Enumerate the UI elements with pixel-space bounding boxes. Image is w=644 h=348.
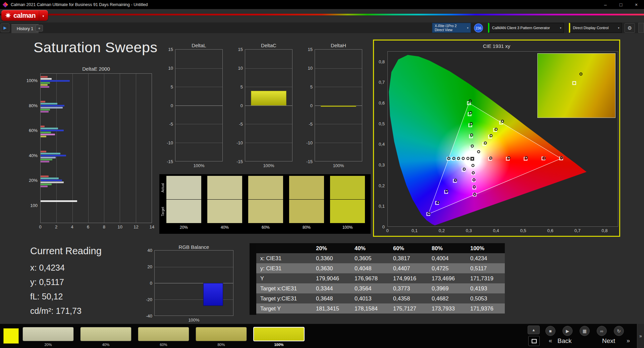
mini-gridline [175,106,222,106]
cie-measurement-marker [428,212,431,215]
mini-ytick-label: 15 [168,47,173,52]
table-cell: 0,4234 [466,253,505,263]
chevron-down-icon: ▼ [465,27,471,29]
chevron-down-icon: ▼ [558,27,564,29]
mini-gridline [175,68,222,69]
deltae-bar-group [41,198,152,223]
deltal-plot [175,49,223,161]
cie-measurement-marker [437,201,440,204]
rgb-balance-bar [203,283,223,306]
pattern-swatch-20%[interactable]: 20% [22,327,74,347]
main-content: Saturation Sweeps DeltaE 2000 100%80%60%… [0,33,644,324]
cie-measurement-marker [462,157,465,160]
settings-button[interactable]: ⚙ [625,23,635,33]
mini-ytick-label: -10 [167,140,173,145]
refresh-button[interactable]: ↻ [614,326,624,336]
eject-button[interactable]: ▲ [528,326,540,334]
cie-title: CIE 1931 xy [374,43,619,49]
pattern-swatch-80%[interactable]: 80% [196,327,247,347]
table-cell: 171,7319 [466,273,505,283]
delta-mini: DeltaH 151050-5-10-15 100% [305,43,365,168]
current-reading-lines: x: 0,4234y: 0,5117fL: 50,12cd/m²: 171,73 [30,261,102,318]
inset-target-marker [572,81,576,85]
deltae-bar [41,182,64,183]
stop-button[interactable]: ■ [545,326,555,336]
cie-measurement-marker [452,157,455,160]
pattern-swatch-color [80,327,131,341]
close-button[interactable]: × [629,0,644,9]
play-button[interactable]: ▶ [562,326,573,336]
inset-measurement-marker [580,73,583,76]
pattern-swatch-60%[interactable]: 60% [138,327,189,347]
deltae-xtick-label: 4 [71,224,73,229]
rgb-ytick-label: 20 [148,264,152,269]
pattern-generator-dropdown[interactable]: CalMAN Client 3 Pattern Generator ▼ [488,23,564,33]
link-button[interactable]: ∞ [597,326,607,336]
table-cell: 0,3360 [312,253,351,263]
table-row: Target y:CIE310,36480,40130,43580,46820,… [256,293,505,303]
deltae-bar [41,132,51,133]
cie-measurement-marker [495,128,498,131]
display-control-dropdown[interactable]: Direct Display Control ▼ [569,23,622,33]
meter-dropdown[interactable]: X-Rite i1Pro 2 Direct View ▼ [432,23,471,33]
cie-xtick-label: 0,5 [520,228,526,233]
cie-whitepoint-marker [471,157,474,160]
deltae-bar [41,176,49,177]
rgb-ytick-label: -40 [146,314,152,319]
deltae-bar [41,155,66,156]
minimize-button[interactable]: – [598,0,613,9]
cie-measurement-marker [466,157,469,160]
next-chevron-icon[interactable]: » [627,337,630,344]
deltae-title: DeltaE 2000 [40,66,152,73]
target-swatch [207,200,242,223]
mini-gridline [245,68,292,69]
current-reading: Current Reading x: 0,4234y: 0,5117fL: 50… [30,246,102,318]
toolbar-edge-button[interactable] [638,23,644,33]
calman-menu-button[interactable]: calman ▼ [1,10,48,21]
cie-measurement-marker [525,156,528,159]
pattern-window-button[interactable] [528,336,540,346]
deltae-category-label: 80% [29,103,38,108]
calman-star-icon [5,12,11,19]
table-row-label: x: CIE31 [256,253,312,263]
table-cell: 0,4193 [466,283,505,293]
deltae-bar [41,186,48,187]
tab-history-1[interactable]: History 1 [11,24,39,33]
add-tab-button[interactable]: + [36,25,43,31]
play-icon: ▶ [566,329,569,334]
table-cell: 0,4004 [428,253,466,263]
back-chevron-icon[interactable]: « [549,337,552,344]
deltae-bar [41,178,59,179]
save-button[interactable]: ▦ [580,326,590,336]
swatch-column: 100% [330,176,365,230]
deltae-bar [41,130,64,131]
mini-chart-title: DeltaC [245,43,292,49]
workflow-nav-button[interactable]: ▶ [1,23,9,32]
back-button[interactable]: Back [557,337,572,345]
expand-panel-button[interactable]: » [637,324,644,348]
cie-ytick-label: 0,8 [379,59,385,64]
titlebar: Calman 2021 Calman Ultimate for Business… [0,0,644,9]
pattern-swatch-label: 40% [102,343,109,347]
delta-mini: DeltaL 151050-5-10-15 100% [165,43,225,168]
mini-gridline [175,143,222,143]
table-cell: 0,4048 [351,263,389,273]
deltae-xtick-label: 0 [39,224,41,229]
deltae-bar [41,157,56,158]
table-row: Target Y181,3415178,1584175,7127173,7933… [256,303,505,314]
mini-ytick-label: -5 [309,122,313,127]
display-control-label: Direct Display Control [573,26,608,30]
results-table: 20%40%60%80%100%x: CIE310,33600,36050,38… [256,243,505,314]
mini-gridline [175,87,222,87]
mini-ytick-label: 10 [308,65,313,70]
table-col-header: 60% [389,243,428,253]
cie-ytick-label: 0,6 [379,100,385,106]
pattern-swatch-40%[interactable]: 40% [80,327,131,347]
swatch-label: 20% [166,225,201,230]
actual-swatch [248,176,283,199]
deltae-bar [41,86,49,88]
restore-button[interactable]: □ [613,0,629,9]
pattern-swatch-100%[interactable]: 100% [253,327,305,347]
next-button[interactable]: Next [602,337,615,345]
mini-ytick-label: -5 [169,122,173,127]
